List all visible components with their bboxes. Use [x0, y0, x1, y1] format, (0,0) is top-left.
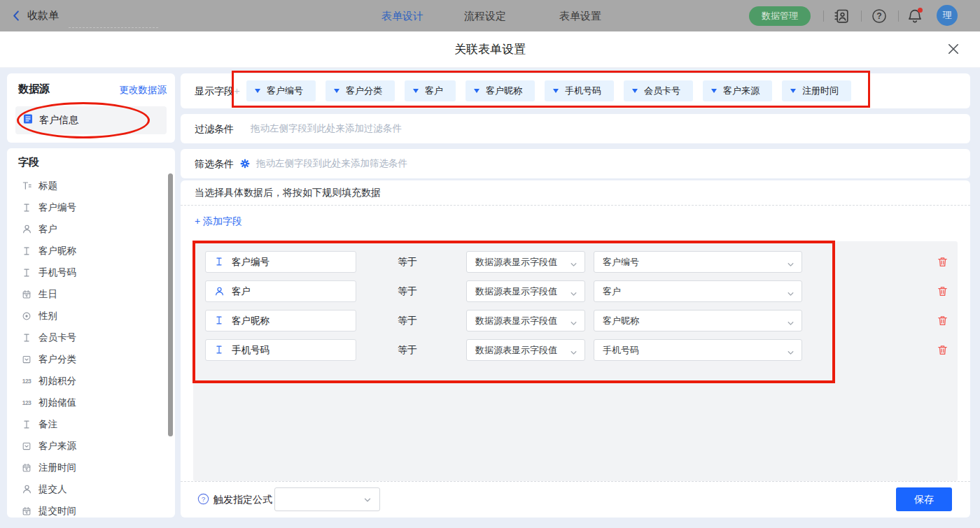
topbar: 收款单 表单设计流程设定表单设置 数据管理 ? — [0, 0, 980, 31]
trigger-help-icon[interactable]: ? — [197, 493, 209, 505]
back-button[interactable]: 收款单 — [11, 0, 59, 31]
contacts-book-icon[interactable] — [834, 8, 849, 24]
field-item-label: 会员卡号 — [38, 331, 76, 344]
change-datasource-link[interactable]: 更改数据源 — [120, 84, 167, 97]
field-item-label: 性别 — [38, 310, 57, 322]
help-icon[interactable]: ? — [872, 8, 887, 24]
field-item-label: 客户编号 — [38, 201, 76, 214]
field-item[interactable]: 客户 — [7, 218, 168, 240]
close-icon[interactable] — [946, 42, 963, 59]
field-item-label: 提交人 — [38, 483, 67, 496]
mapping-row: 客户等于数据源表显示字段值客户 — [193, 280, 958, 302]
chevron-down-icon — [711, 89, 717, 93]
datasource-item[interactable]: 客户信息 — [15, 106, 167, 134]
source-type-select[interactable]: 数据源表显示字段值 — [466, 251, 585, 273]
modal-title: 关联表单设置 — [0, 31, 980, 68]
field-item-label: 初始储值 — [38, 397, 76, 409]
scrollbar-thumb[interactable] — [168, 173, 173, 436]
operator-label: 等于 — [398, 280, 417, 302]
field-item[interactable]: 手机号码 — [7, 262, 168, 283]
field-item-label: 提交时间 — [38, 505, 76, 518]
target-field-box[interactable]: 客户昵称 — [205, 310, 356, 331]
source-field-select[interactable]: 客户编号 — [594, 251, 802, 273]
date-icon — [21, 462, 32, 473]
text-icon — [214, 315, 225, 326]
notification-bell-icon[interactable] — [907, 8, 923, 24]
text-icon — [21, 245, 32, 257]
add-display-field-button[interactable]: + — [234, 73, 240, 108]
display-field-chip[interactable]: 手机号码 — [545, 80, 614, 101]
source-type-value: 数据源表显示字段值 — [475, 345, 557, 355]
tab-2[interactable]: 流程设定 — [464, 0, 506, 31]
display-field-chip[interactable]: 客户昵称 — [465, 80, 535, 101]
tab-3[interactable]: 表单设置 — [559, 0, 601, 31]
field-item[interactable]: 123初始储值 — [7, 392, 168, 413]
source-field-select[interactable]: 客户 — [594, 280, 802, 302]
field-item-label: 初始积分 — [38, 375, 76, 387]
operator-label: 等于 — [398, 339, 417, 361]
chip-label: 客户 — [425, 85, 443, 97]
display-field-chip[interactable]: 注册时间 — [782, 80, 851, 101]
field-item[interactable]: 提交时间 — [7, 500, 168, 518]
field-item[interactable]: 生日 — [7, 283, 168, 305]
field-item[interactable]: 客户编号 — [7, 197, 168, 218]
delete-row-trash-icon[interactable] — [937, 285, 948, 297]
rule-hint: 当选择具体数据后，将按如下规则填充数据 — [195, 180, 381, 205]
field-item[interactable]: 客户来源 — [7, 435, 168, 457]
back-icon — [11, 10, 22, 22]
field-item[interactable]: 客户分类 — [7, 348, 168, 370]
fields-title: 字段 — [18, 156, 39, 169]
tab-1[interactable]: 表单设计 — [382, 0, 424, 31]
field-item[interactable]: 备注 — [7, 413, 168, 435]
app-root: 收款单 表单设计流程设定表单设置 数据管理 ? — [0, 0, 980, 528]
screen-condition-row[interactable]: 筛选条件 拖动左侧字段到此处来添加筛选条件 — [181, 149, 970, 178]
field-item[interactable]: 提交人 — [7, 478, 168, 500]
field-item[interactable]: 123初始积分 — [7, 370, 168, 392]
notification-dot — [918, 8, 923, 13]
add-field-button[interactable]: + 添加字段 — [195, 215, 242, 228]
display-fields-row: 显示字段 + 客户编号客户分类客户客户昵称手机号码会员卡号客户来源注册时间 — [181, 73, 970, 108]
source-field-value: 手机号码 — [603, 345, 639, 355]
source-type-select[interactable]: 数据源表显示字段值 — [466, 280, 585, 302]
field-item[interactable]: 注册时间 — [7, 457, 168, 478]
delete-row-trash-icon[interactable] — [937, 344, 948, 356]
filter-row[interactable]: 过滤条件 拖动左侧字段到此处来添加过滤条件 — [181, 114, 970, 143]
save-button[interactable]: 保存 — [896, 487, 952, 511]
field-item-label: 生日 — [38, 288, 57, 301]
chip-label: 注册时间 — [802, 85, 839, 97]
source-type-select[interactable]: 数据源表显示字段值 — [466, 310, 585, 331]
trigger-formula-select[interactable] — [274, 487, 380, 511]
data-manage-button[interactable]: 数据管理 — [749, 6, 811, 26]
display-fields-label: 显示字段 — [195, 73, 234, 108]
source-field-select[interactable]: 手机号码 — [594, 339, 802, 361]
display-field-chip[interactable]: 客户分类 — [326, 80, 395, 101]
source-type-select[interactable]: 数据源表显示字段值 — [466, 339, 585, 361]
chevron-down-icon — [790, 89, 796, 93]
field-item[interactable]: 会员卡号 — [7, 327, 168, 348]
gear-icon[interactable] — [240, 159, 250, 169]
fill-rules-card: 当选择具体数据后，将按如下规则填充数据 + 添加字段 客户编号等于数据源表显示字… — [181, 180, 970, 518]
display-field-chip[interactable]: 客户 — [405, 80, 456, 101]
display-field-chip[interactable]: 客户来源 — [703, 80, 772, 101]
delete-row-trash-icon[interactable] — [937, 256, 948, 268]
field-item[interactable]: 性别 — [7, 305, 168, 327]
display-field-chip[interactable]: 客户编号 — [246, 80, 316, 101]
display-field-chips: 客户编号客户分类客户客户昵称手机号码会员卡号客户来源注册时间 — [246, 80, 851, 101]
source-field-select[interactable]: 客户昵称 — [594, 310, 802, 331]
chevron-down-icon — [413, 89, 419, 93]
field-item[interactable]: 标题 — [7, 175, 168, 197]
target-field-box[interactable]: 客户 — [205, 280, 356, 302]
avatar[interactable]: 理 — [937, 5, 958, 26]
target-field-box[interactable]: 客户编号 — [205, 251, 356, 273]
field-item[interactable]: 客户昵称 — [7, 240, 168, 262]
delete-row-trash-icon[interactable] — [937, 315, 948, 327]
datasource-card: 数据源 更改数据源 客户信息 — [7, 73, 175, 143]
target-field-box[interactable]: 手机号码 — [205, 339, 356, 361]
chevron-down-icon — [785, 345, 796, 355]
number-icon: 123 — [21, 397, 32, 408]
screen-placeholder: 拖动左侧字段到此处来添加筛选条件 — [256, 149, 407, 178]
display-field-chip[interactable]: 会员卡号 — [624, 80, 693, 101]
modal-header: 关联表单设置 — [0, 31, 980, 68]
dashed-divider — [181, 205, 970, 206]
text-icon — [21, 202, 32, 213]
